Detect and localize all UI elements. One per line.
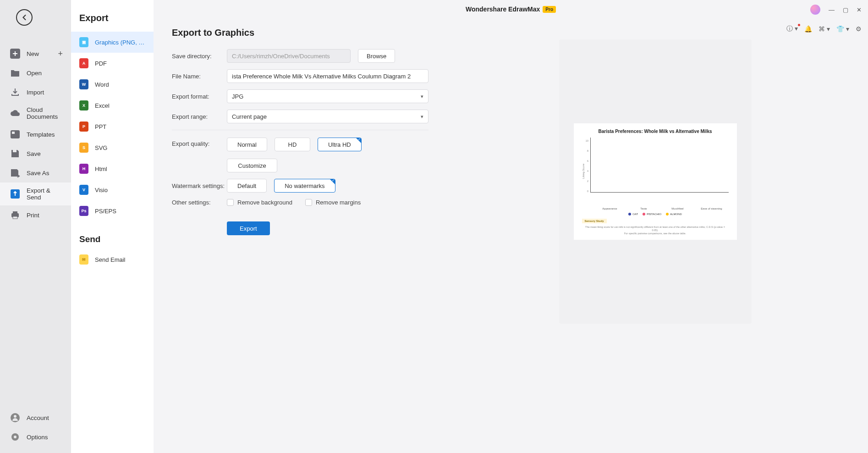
nav-templates[interactable]: Templates: [0, 125, 71, 144]
y-axis-ticks: 1086420: [586, 138, 589, 193]
export-type-excel[interactable]: X Excel: [71, 95, 154, 116]
quality-hd-button[interactable]: HD: [275, 138, 310, 151]
svg-rect-2: [12, 132, 15, 134]
chart-plot: [590, 138, 728, 193]
toolbar-right: ⓘ ▾ 🔔 ⌘ ▾ 👕 ▾ ⚙: [786, 25, 862, 33]
export-icon: [10, 189, 20, 199]
send-label: Send Email: [95, 256, 125, 263]
back-button[interactable]: [16, 9, 33, 26]
help-icon[interactable]: ⓘ ▾: [786, 25, 798, 33]
export-button[interactable]: Export: [227, 221, 270, 235]
checkbox-icon: [305, 199, 312, 206]
nav-print[interactable]: Print: [0, 205, 71, 225]
nav-save-as[interactable]: Save As: [0, 163, 71, 182]
plus-square-icon: [10, 49, 20, 59]
close-button[interactable]: ✕: [857, 6, 862, 13]
nav-label: Export & Send: [27, 187, 61, 201]
checkbox-icon: [227, 199, 234, 206]
export-type-label: Html: [95, 166, 107, 172]
left-sidebar: New + Open Import Cloud Documents Templa…: [0, 0, 71, 453]
visio-file-icon: V: [79, 185, 88, 195]
export-type-label: PS/EPS: [95, 208, 116, 215]
plus-icon[interactable]: +: [58, 49, 63, 59]
export-type-label: PPT: [95, 123, 106, 130]
minimize-button[interactable]: —: [829, 6, 835, 13]
preview-box: Barista Preferences: Whole Milk vs Alter…: [559, 39, 752, 324]
svg-file-icon: S: [79, 143, 88, 153]
chart-title: Barista Preferences: Whole Milk vs Alter…: [582, 129, 729, 134]
nav-label: Templates: [27, 131, 55, 138]
page-title: Export to Graphics: [172, 28, 429, 38]
format-label: Export format:: [172, 93, 227, 100]
export-form: Export to Graphics Save directory: C:/Us…: [172, 28, 429, 324]
save-dir-label: Save directory:: [172, 53, 227, 60]
range-select[interactable]: Current page: [227, 110, 429, 123]
nav-cloud[interactable]: Cloud Documents: [0, 102, 71, 125]
remove-bg-checkbox[interactable]: Remove background: [227, 199, 292, 206]
watermark-none-button[interactable]: No watermarks: [274, 179, 335, 193]
save-as-icon: [10, 168, 20, 178]
templates-icon: [10, 129, 20, 139]
export-type-graphics[interactable]: ▣ Graphics (PNG, JPG et...: [71, 32, 154, 53]
svg-rect-6: [13, 211, 17, 214]
settings-gear-icon[interactable]: ⚙: [856, 25, 862, 33]
nav-label: Save: [27, 150, 41, 157]
export-type-panel: Export ▣ Graphics (PNG, JPG et... A PDF …: [71, 0, 154, 453]
nav-label: Print: [27, 212, 39, 219]
svg-rect-3: [13, 150, 16, 152]
avatar[interactable]: [810, 5, 820, 15]
range-label: Export range:: [172, 113, 227, 120]
send-email[interactable]: ✉ Send Email: [71, 249, 154, 270]
remove-margins-checkbox[interactable]: Remove margins: [305, 199, 361, 206]
main-area: Wondershare EdrawMax Pro — ▢ ✕ ⓘ ▾ 🔔 ⌘ ▾…: [154, 0, 868, 453]
format-select[interactable]: JPG: [227, 89, 429, 103]
nav-account[interactable]: Account: [0, 408, 71, 427]
nav-label: Account: [27, 414, 49, 421]
watermark-default-button[interactable]: Default: [227, 179, 267, 193]
export-type-label: PDF: [95, 60, 107, 67]
quality-customize-button[interactable]: Customize: [227, 159, 277, 172]
export-type-word[interactable]: W Word: [71, 74, 154, 95]
export-type-svg[interactable]: S SVG: [71, 137, 154, 158]
svg-point-11: [14, 436, 16, 438]
nav-label: Open: [27, 70, 42, 77]
export-type-label: Visio: [95, 187, 108, 193]
nav-label: Import: [27, 89, 44, 96]
export-type-html[interactable]: H Html: [71, 158, 154, 179]
nav-open[interactable]: Open: [0, 63, 71, 83]
export-type-ps[interactable]: Ps PS/EPS: [71, 200, 154, 221]
export-type-label: Excel: [95, 102, 110, 109]
bell-icon[interactable]: 🔔: [804, 25, 812, 33]
maximize-button[interactable]: ▢: [843, 6, 848, 13]
export-type-visio[interactable]: V Visio: [71, 179, 154, 200]
watermark-label: Watermark settings:: [172, 182, 227, 189]
quality-label: Export quality:: [172, 138, 227, 147]
grid-icon[interactable]: ⌘ ▾: [819, 25, 830, 33]
nav-export-send[interactable]: Export & Send: [0, 182, 71, 205]
app-title: Wondershare EdrawMax: [466, 6, 540, 13]
quality-normal-button[interactable]: Normal: [227, 138, 267, 151]
shirt-icon[interactable]: 👕 ▾: [836, 25, 849, 33]
file-name-input[interactable]: [227, 69, 429, 83]
svg-point-9: [14, 415, 16, 418]
save-dir-field: C:/Users/rimzh/OneDrive/Documents: [227, 49, 351, 63]
chart-preview: Barista Preferences: Whole Milk vs Alter…: [574, 123, 737, 240]
divider: [172, 130, 429, 130]
nav-label: Options: [27, 434, 48, 441]
import-icon: [10, 87, 20, 97]
export-type-ppt[interactable]: P PPT: [71, 116, 154, 137]
nav-save[interactable]: Save: [0, 144, 71, 163]
browse-button[interactable]: Browse: [358, 49, 395, 63]
nav-import[interactable]: Import: [0, 83, 71, 102]
quality-uhd-button[interactable]: Ultra HD: [318, 138, 362, 151]
export-type-pdf[interactable]: A PDF: [71, 53, 154, 74]
export-type-label: SVG: [95, 144, 107, 151]
html-file-icon: H: [79, 164, 88, 174]
nav-new[interactable]: New +: [0, 44, 71, 63]
nav-options[interactable]: Options: [0, 427, 71, 447]
preview-column: Barista Preferences: Whole Milk vs Alter…: [461, 28, 850, 324]
svg-rect-1: [11, 130, 20, 138]
folder-icon: [10, 68, 20, 78]
send-heading: Send: [71, 221, 154, 249]
graphics-file-icon: ▣: [79, 37, 88, 47]
